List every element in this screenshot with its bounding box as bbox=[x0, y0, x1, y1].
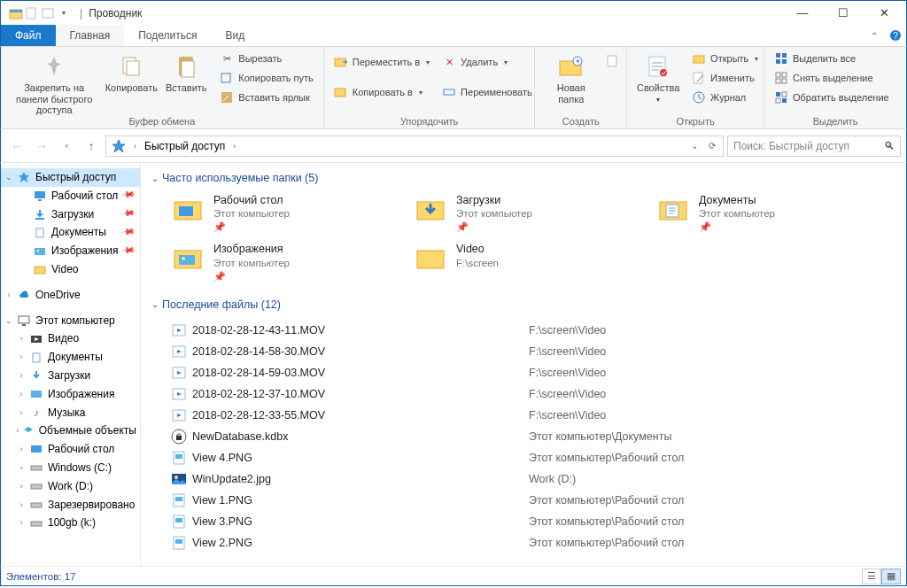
frequent-folders-header[interactable]: ⌄Часто используемые папки (5) bbox=[151, 172, 897, 184]
ribbon-tab-file[interactable]: Файл bbox=[1, 25, 56, 46]
file-name: 2018-02-28-12-43-11.MOV bbox=[192, 324, 529, 337]
tree-drive-c[interactable]: Windows (C:) bbox=[1, 459, 140, 477]
nav-forward-button[interactable]: → bbox=[31, 135, 52, 157]
ribbon-tab-share[interactable]: Поделиться bbox=[124, 25, 211, 46]
breadcrumb-separator[interactable]: › bbox=[132, 142, 138, 151]
view-details-button[interactable]: ☰ bbox=[862, 569, 881, 584]
tree-pc-documents[interactable]: Документы bbox=[1, 348, 140, 367]
breadcrumb-separator[interactable]: › bbox=[231, 142, 237, 151]
qat-new-folder-icon[interactable] bbox=[41, 6, 55, 20]
file-icon bbox=[171, 344, 187, 360]
copy-to-button[interactable]: Копировать в bbox=[330, 82, 433, 102]
file-icon bbox=[171, 386, 187, 402]
ribbon-help-button[interactable]: ? bbox=[885, 25, 906, 46]
recent-file-item[interactable]: 2018-02-28-14-58-30.MOV F:\screen\Video bbox=[171, 341, 897, 362]
frequent-folder-item[interactable]: Загрузки Этот компьютер 📌 bbox=[415, 193, 646, 233]
nav-back-button[interactable]: ← bbox=[6, 135, 27, 157]
history-button[interactable]: Журнал bbox=[688, 88, 762, 107]
qat-dropdown-icon[interactable]: ▾ bbox=[57, 6, 71, 20]
ribbon-tab-view[interactable]: Вид bbox=[211, 25, 259, 46]
pin-icon: 📌 bbox=[213, 270, 290, 282]
recent-file-item[interactable]: NewDatabase.kdbx Этот компьютер\Документ… bbox=[171, 426, 897, 447]
recent-file-item[interactable]: View 3.PNG Этот компьютер\Рабочий стол bbox=[171, 511, 897, 532]
move-to-button[interactable]: Переместить в bbox=[330, 52, 433, 72]
select-all-button[interactable]: Выделить все bbox=[771, 49, 893, 68]
paste-shortcut-button[interactable]: Вставить ярлык bbox=[216, 88, 317, 107]
breadcrumb-quick-access[interactable]: Быстрый доступ bbox=[141, 140, 229, 152]
tree-drive-d[interactable]: Work (D:) bbox=[1, 477, 140, 496]
recent-file-item[interactable]: View 2.PNG Этот компьютер\Рабочий стол bbox=[171, 532, 897, 553]
recent-file-item[interactable]: 2018-02-28-12-33-55.MOV F:\screen\Video bbox=[171, 405, 897, 426]
select-none-button[interactable]: Снять выделение bbox=[771, 68, 893, 88]
address-dropdown-icon[interactable]: ⌄ bbox=[686, 141, 703, 151]
edit-button[interactable]: Изменить bbox=[688, 68, 762, 88]
window-close-button[interactable]: ✕ bbox=[864, 1, 904, 26]
navigation-tree[interactable]: Быстрый доступ Рабочий стол📌 Загрузки📌 Д… bbox=[1, 163, 141, 566]
pin-to-quick-access-button[interactable]: Закрепить на панели быстрого доступа bbox=[4, 49, 104, 116]
recent-files-header[interactable]: ⌄Последние файлы (12) bbox=[151, 298, 897, 311]
svg-rect-54 bbox=[179, 206, 193, 216]
copy-button[interactable]: Копировать bbox=[104, 49, 159, 94]
rename-button[interactable]: Переименовать bbox=[438, 82, 536, 102]
tree-pc-desktop[interactable]: Рабочий стол bbox=[1, 440, 140, 459]
window-titlebar: ▾ | Проводник — ☐ ✕ bbox=[0, 0, 907, 25]
file-path: Этот компьютер\Документы bbox=[529, 430, 897, 443]
frequent-folder-item[interactable]: Video F:\screen bbox=[415, 242, 646, 282]
frequent-folder-item[interactable]: Рабочий стол Этот компьютер 📌 bbox=[173, 193, 403, 233]
nav-up-button[interactable]: ↑ bbox=[81, 135, 102, 157]
tree-downloads[interactable]: Загрузки📌 bbox=[1, 205, 140, 224]
tree-pc-pictures[interactable]: Изображения bbox=[1, 385, 140, 404]
recent-file-item[interactable]: View 4.PNG Этот компьютер\Рабочий стол bbox=[171, 447, 897, 468]
tree-pc-downloads[interactable]: Загрузки bbox=[1, 367, 140, 385]
tree-pictures[interactable]: Изображения📌 bbox=[1, 242, 140, 260]
file-path: F:\screen\Video bbox=[529, 345, 897, 358]
recent-file-item[interactable]: 2018-02-28-12-43-11.MOV F:\screen\Video bbox=[171, 320, 897, 341]
new-item-icon[interactable] bbox=[606, 54, 620, 68]
tree-desktop[interactable]: Рабочий стол📌 bbox=[1, 187, 140, 205]
drive-icon bbox=[29, 498, 43, 512]
ribbon-collapse-button[interactable]: ⌃ bbox=[864, 25, 885, 46]
tree-pc-video[interactable]: Видео bbox=[1, 329, 140, 348]
svg-rect-14 bbox=[444, 89, 454, 95]
window-maximize-button[interactable]: ☐ bbox=[823, 1, 864, 26]
nav-history-dropdown[interactable]: ▾ bbox=[56, 135, 77, 157]
new-folder-button[interactable]: ✶Новая папка bbox=[539, 49, 603, 104]
tree-drive-backup[interactable]: Зарезервировано bbox=[1, 496, 140, 514]
recent-file-item[interactable]: WinUpdate2.jpg Work (D:) bbox=[171, 468, 897, 490]
tree-pc-3d[interactable]: Объемные объекты bbox=[1, 422, 140, 440]
search-box[interactable]: 🔍︎ bbox=[727, 135, 901, 157]
properties-button[interactable]: Свойства▾ bbox=[631, 49, 686, 104]
ribbon-tab-home[interactable]: Главная bbox=[56, 25, 125, 46]
window-minimize-button[interactable]: — bbox=[782, 1, 823, 26]
pin-icon bbox=[40, 52, 68, 81]
copy-path-button[interactable]: Копировать путь bbox=[216, 68, 317, 88]
window-title: Проводник bbox=[89, 7, 142, 19]
frequent-folder-item[interactable]: Изображения Этот компьютер 📌 bbox=[173, 242, 403, 282]
address-bar[interactable]: › Быстрый доступ › ⌄⟳ bbox=[105, 135, 724, 157]
tree-this-pc[interactable]: Этот компьютер bbox=[1, 312, 140, 330]
recent-file-item[interactable]: View 1.PNG Этот компьютер\Рабочий стол bbox=[171, 490, 897, 511]
tree-onedrive[interactable]: OneDrive bbox=[1, 286, 140, 305]
open-button[interactable]: Открыть bbox=[688, 49, 762, 68]
tree-pc-music[interactable]: ♪Музыка bbox=[1, 404, 140, 422]
frequent-folder-item[interactable]: Документы Этот компьютер 📌 bbox=[658, 193, 888, 233]
view-icons-button[interactable]: ▦ bbox=[881, 569, 901, 584]
search-icon[interactable]: 🔍︎ bbox=[884, 140, 895, 152]
tree-video[interactable]: Video bbox=[1, 260, 140, 279]
search-input[interactable] bbox=[733, 140, 880, 152]
recent-file-item[interactable]: 2018-02-28-14-59-03.MOV F:\screen\Video bbox=[171, 362, 897, 383]
paste-button[interactable]: Вставить bbox=[159, 49, 213, 94]
tree-quick-access[interactable]: Быстрый доступ bbox=[1, 168, 140, 187]
cut-button[interactable]: ✂Вырезать bbox=[216, 49, 317, 68]
qat-properties-icon[interactable] bbox=[25, 6, 39, 20]
content-pane[interactable]: ⌄Часто используемые папки (5) Рабочий ст… bbox=[141, 163, 906, 566]
svg-rect-68 bbox=[176, 436, 182, 440]
invert-selection-button[interactable]: Обратить выделение bbox=[771, 88, 893, 107]
delete-button[interactable]: ✕Удалить bbox=[438, 52, 536, 72]
tree-documents[interactable]: Документы📌 bbox=[1, 223, 140, 242]
recent-file-item[interactable]: 2018-02-28-12-37-10.MOV F:\screen\Video bbox=[171, 383, 897, 405]
history-icon bbox=[692, 90, 706, 104]
refresh-icon[interactable]: ⟳ bbox=[703, 141, 721, 151]
file-icon bbox=[171, 407, 187, 423]
tree-drive-k[interactable]: 100gb (k:) bbox=[1, 514, 140, 532]
